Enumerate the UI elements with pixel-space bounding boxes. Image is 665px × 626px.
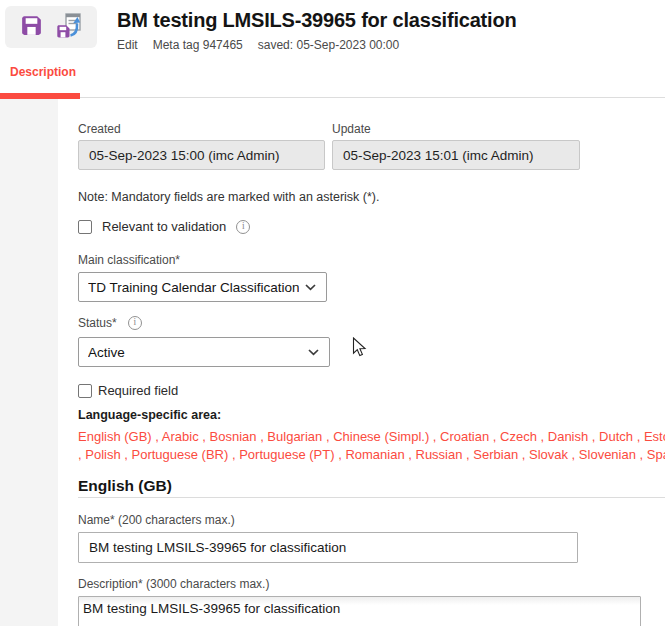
main-classification-select[interactable]: TD Training Calendar Classification1 bbox=[78, 272, 327, 302]
status-label-row: Status* i bbox=[78, 316, 142, 330]
mandatory-fields-note: Note: Mandatory fields are marked with a… bbox=[78, 190, 380, 204]
language-link-slovenian[interactable]: Slovenian bbox=[579, 447, 636, 462]
required-field-label: Required field bbox=[98, 383, 178, 398]
language-links-line-1: English (GB) , Arabic , Bosnian , Bulgar… bbox=[78, 428, 665, 446]
update-label: Update bbox=[332, 122, 371, 136]
language-link-bulgarian[interactable]: Bulgarian bbox=[267, 429, 322, 444]
language-link-croatian[interactable]: Croatian bbox=[440, 429, 489, 444]
language-link-dutch[interactable]: Dutch bbox=[599, 429, 633, 444]
status-value: Active bbox=[88, 345, 302, 360]
description-label: Description* (3000 characters max.) bbox=[78, 577, 269, 591]
language-link-estonian[interactable]: Estonian bbox=[644, 429, 665, 444]
info-icon[interactable]: i bbox=[128, 316, 142, 330]
status-label: Status* bbox=[78, 316, 117, 330]
relevant-to-validation-checkbox[interactable] bbox=[78, 220, 92, 234]
status-select[interactable]: Active bbox=[78, 337, 330, 367]
language-link-portuguese-pt[interactable]: Portuguese (PT) bbox=[239, 447, 334, 462]
section-divider bbox=[78, 497, 665, 498]
language-link-spanish[interactable]: Spanish bbox=[647, 447, 665, 462]
language-link-bosnian[interactable]: Bosnian bbox=[210, 429, 257, 444]
language-link-russian[interactable]: Russian bbox=[416, 447, 463, 462]
language-link-english-gb[interactable]: English (GB) bbox=[78, 429, 152, 444]
name-label: Name* (200 characters max.) bbox=[78, 513, 235, 527]
language-area-heading: Language-specific area: bbox=[78, 408, 221, 422]
saved-timestamp: saved: 05-Sep-2023 00:00 bbox=[258, 38, 399, 52]
language-link-serbian[interactable]: Serbian bbox=[473, 447, 518, 462]
save-button[interactable] bbox=[19, 13, 44, 42]
update-value-field: 05-Sep-2023 15:01 (imc Admin) bbox=[332, 140, 580, 170]
relevant-to-validation-row: Relevant to validation i bbox=[78, 219, 250, 234]
page-title: BM testing LMSILS-39965 for classificati… bbox=[117, 9, 516, 32]
required-field-checkbox[interactable] bbox=[78, 384, 92, 398]
header-toolbar bbox=[5, 6, 97, 48]
header-meta: Edit Meta tag 947465 saved: 05-Sep-2023 … bbox=[117, 38, 399, 52]
language-section-heading: English (GB) bbox=[78, 477, 172, 495]
language-link-portuguese-br[interactable]: Portuguese (BR) bbox=[132, 447, 229, 462]
tab-description[interactable]: Description bbox=[10, 65, 76, 79]
required-field-row: Required field bbox=[78, 383, 178, 398]
tab-divider bbox=[0, 97, 665, 98]
save-and-exit-button[interactable] bbox=[56, 12, 83, 43]
language-link-czech[interactable]: Czech bbox=[500, 429, 537, 444]
language-links: English (GB) , Arabic , Bosnian , Bulgar… bbox=[78, 428, 665, 463]
info-icon[interactable]: i bbox=[236, 220, 250, 234]
description-textarea[interactable]: BM testing LMSILS-39965 for classificati… bbox=[78, 596, 641, 626]
language-link-polish[interactable]: Polish bbox=[85, 447, 120, 462]
language-link-arabic[interactable]: Arabic bbox=[162, 429, 199, 444]
save-icon bbox=[19, 13, 44, 42]
mouse-cursor bbox=[352, 337, 367, 362]
chevron-down-icon bbox=[305, 284, 316, 291]
language-link-danish[interactable]: Danish bbox=[548, 429, 588, 444]
language-links-line-2: , Polish , Portuguese (BR) , Portuguese … bbox=[78, 446, 665, 464]
name-input[interactable] bbox=[78, 532, 578, 563]
page: BM testing LMSILS-39965 for classificati… bbox=[0, 0, 665, 626]
language-link-slovak[interactable]: Slovak bbox=[529, 447, 568, 462]
main-classification-value: TD Training Calendar Classification1 bbox=[88, 280, 299, 295]
created-value-field: 05-Sep-2023 15:00 (imc Admin) bbox=[78, 140, 325, 170]
mode-label: Edit bbox=[117, 38, 138, 52]
language-link-romanian[interactable]: Romanian bbox=[345, 447, 404, 462]
language-link-chinese-simpl[interactable]: Chinese (Simpl.) bbox=[333, 429, 429, 444]
chevron-down-icon bbox=[308, 349, 319, 356]
save-and-exit-icon bbox=[56, 12, 83, 43]
meta-tag-label: Meta tag 947465 bbox=[153, 38, 243, 52]
main-classification-label: Main classification* bbox=[78, 253, 180, 267]
left-sidebar bbox=[0, 99, 58, 626]
relevant-to-validation-label: Relevant to validation bbox=[102, 219, 226, 234]
created-label: Created bbox=[78, 122, 121, 136]
